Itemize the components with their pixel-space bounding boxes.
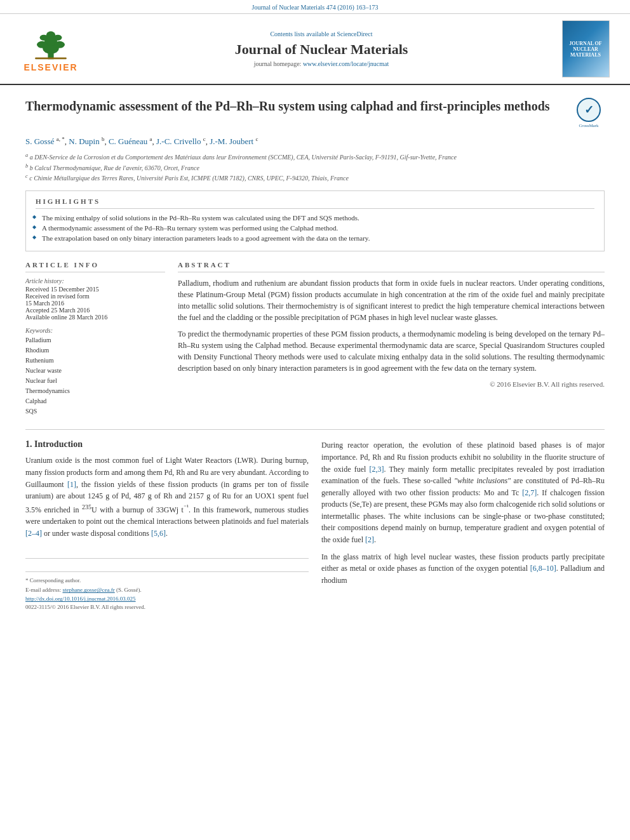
svg-point-4	[37, 41, 48, 48]
svg-point-7	[54, 34, 62, 40]
ref-2-7-link[interactable]: [2,7]	[522, 488, 537, 497]
article-title: Thermodynamic assessment of the Pd–Rh–Ru…	[25, 98, 563, 114]
copyright-line: © 2016 Elsevier B.V. All rights reserved…	[178, 380, 605, 388]
keyword-palladium: Palladium	[25, 335, 165, 345]
history-label: Article history:	[25, 277, 165, 284]
introduction-title: 1. Introduction	[25, 439, 309, 450]
affiliation-a: a a DEN-Service de la Corrosion et du Co…	[25, 152, 605, 162]
svg-rect-8	[35, 57, 67, 59]
keyword-rhodium: Rhodium	[25, 345, 165, 356]
ref-5-6-link[interactable]: [5,6]	[151, 529, 166, 538]
keyword-ruthenium: Ruthenium	[25, 356, 165, 366]
svg-point-5	[55, 41, 65, 48]
keyword-nuclear-fuel: Nuclear fuel	[25, 376, 165, 386]
received-revised-label: Received in revised form	[25, 293, 165, 300]
abstract-section: ABSTRACT Palladium, rhodium and rutheniu…	[178, 261, 605, 417]
elsevier-logo: ELSEVIER	[23, 26, 77, 72]
highlight-item-3: The extrapolation based on only binary i…	[36, 234, 594, 242]
svg-point-6	[40, 34, 48, 40]
elsevier-logo-section: ELSEVIER	[13, 26, 89, 72]
homepage-link[interactable]: www.elsevier.com/locate/jnucmat	[303, 60, 389, 67]
keyword-sqs: SQS	[25, 406, 165, 417]
revised-date: 15 March 2016	[25, 300, 165, 307]
section-divider	[25, 429, 605, 430]
ref-6-8-10-link[interactable]: [6,8–10]	[530, 564, 556, 573]
keyword-nuclear-waste: Nuclear waste	[25, 366, 165, 376]
journal-homepage: journal homepage: www.elsevier.com/locat…	[102, 60, 541, 67]
crossmark-section: ✓ CrossMark	[573, 98, 605, 128]
journal-title-section: Contents lists available at ScienceDirec…	[89, 30, 554, 67]
crossmark-icon: ✓	[577, 98, 601, 122]
footer-divider	[25, 558, 309, 559]
intro-left-text: Uranium oxide is the most common fuel of…	[25, 455, 309, 539]
abstract-text: Palladium, rhodium and ruthenium are abu…	[178, 277, 605, 374]
elsevier-tree-icon	[29, 26, 73, 61]
author-gueneau[interactable]: C. Guéneau	[109, 137, 147, 146]
affiliations: a a DEN-Service de la Corrosion et du Co…	[25, 152, 605, 183]
abstract-para-2: To predict the thermodynamic properties …	[178, 328, 605, 374]
page-footer: * Corresponding author. E-mail address: …	[25, 571, 309, 610]
highlights-title: HIGHLIGHTS	[36, 197, 594, 209]
footer-email-link[interactable]: stephane.gosse@cea.fr	[62, 587, 114, 593]
journal-cover-image: JOURNAL OFNUCLEARMATERIALS	[562, 20, 610, 77]
highlights-section: HIGHLIGHTS The mixing enthalpy of solid …	[25, 190, 605, 251]
highlight-item-2: A thermodynamic assessment of the Pd–Rh–…	[36, 224, 594, 232]
affiliation-c: c c Chimie Métallurgique des Terres Rare…	[25, 173, 605, 183]
keyword-thermodynamics: Thermodynamics	[25, 386, 165, 396]
keywords-section: Keywords: Palladium Rhodium Ruthenium Nu…	[25, 327, 165, 417]
introduction-section: 1. Introduction Uranium oxide is the mos…	[25, 439, 605, 610]
journal-header: ELSEVIER Contents lists available at Sci…	[0, 14, 630, 85]
ref-2-link[interactable]: [2]	[365, 535, 374, 544]
affiliation-b: b b Calcul Thermodynamique, Rue de l'ave…	[25, 163, 605, 173]
ref-2-3-link[interactable]: [2,3]	[370, 465, 384, 474]
ref-2-4-link[interactable]: [2–4]	[25, 529, 42, 538]
author-crivello[interactable]: J.-C. Crivello	[156, 137, 201, 146]
abstract-title: ABSTRACT	[178, 261, 605, 272]
keyword-calphad: Calphad	[25, 396, 165, 406]
journal-reference: Journal of Nuclear Materials 474 (2016) …	[0, 0, 630, 14]
footer-corresponding: * Corresponding author.	[25, 577, 309, 583]
elsevier-wordmark: ELSEVIER	[23, 62, 77, 72]
sciencedirect-link[interactable]: Contents lists available at ScienceDirec…	[102, 30, 541, 37]
intro-right-column: During reactor operation, the evolution …	[321, 439, 605, 610]
journal-cover: JOURNAL OFNUCLEARMATERIALS	[554, 20, 617, 77]
main-content: Thermodynamic assessment of the Pd–Rh–Ru…	[0, 85, 630, 623]
info-abstract-section: ARTICLE INFO Article history: Received 1…	[25, 261, 605, 417]
footer-email-line: E-mail address: stephane.gosse@cea.fr (S…	[25, 587, 309, 593]
available-date: Available online 28 March 2016	[25, 314, 165, 321]
author-gosse[interactable]: S. Gossé	[25, 137, 55, 146]
article-title-section: Thermodynamic assessment of the Pd–Rh–Ru…	[25, 98, 605, 128]
journal-title: Journal of Nuclear Materials	[102, 41, 541, 58]
authors-line: S. Gossé a, *, N. Dupin b, C. Guéneau a,…	[25, 136, 605, 147]
abstract-para-1: Palladium, rhodium and ruthenium are abu…	[178, 277, 605, 323]
received-date: Received 15 December 2015	[25, 286, 165, 293]
sciencedirect-anchor[interactable]: ScienceDirect	[337, 30, 372, 37]
accepted-date: Accepted 25 March 2016	[25, 307, 165, 314]
footer-doi-link[interactable]: http://dx.doi.org/10.1016/j.jnucmat.2016…	[25, 596, 136, 602]
crossmark-label: CrossMark	[579, 123, 598, 128]
keywords-label: Keywords:	[25, 327, 165, 334]
article-info-column: ARTICLE INFO Article history: Received 1…	[25, 261, 165, 417]
highlight-item-1: The mixing enthalpy of solid solutions i…	[36, 214, 594, 222]
intro-left-column: 1. Introduction Uranium oxide is the mos…	[25, 439, 309, 610]
article-info-title: ARTICLE INFO	[25, 261, 165, 272]
author-dupin[interactable]: N. Dupin	[69, 137, 99, 146]
footer-issn: 0022-3115/© 2016 Elsevier B.V. All right…	[25, 604, 309, 610]
intro-right-text: During reactor operation, the evolution …	[321, 439, 605, 586]
author-joubert[interactable]: J.-M. Joubert	[210, 137, 253, 146]
ref-1-link[interactable]: [1]	[67, 480, 76, 489]
